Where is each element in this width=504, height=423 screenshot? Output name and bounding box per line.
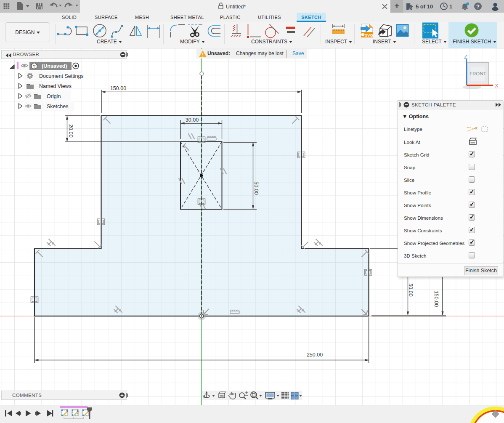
svg-text:Origin: Origin — [47, 93, 61, 99]
svg-text:5 of 10: 5 of 10 — [416, 3, 433, 10]
svg-text:1: 1 — [449, 3, 452, 10]
svg-text:50.00: 50.00 — [253, 181, 259, 194]
svg-text:Z: Z — [464, 53, 467, 60]
svg-text:?: ? — [476, 3, 480, 10]
svg-text:Untitled*: Untitled* — [226, 4, 246, 10]
svg-text:Document Settings: Document Settings — [39, 73, 84, 79]
svg-text:FRONT: FRONT — [470, 71, 486, 76]
svg-text:150.00: 150.00 — [433, 291, 439, 307]
svg-text:SVG: SVG — [365, 33, 373, 37]
svg-text:X: X — [495, 82, 499, 89]
svg-text:30.00: 30.00 — [186, 117, 199, 123]
svg-text:(Unsaved): (Unsaved) — [42, 63, 67, 69]
svg-text:Sketches: Sketches — [47, 104, 68, 109]
svg-text:20.00: 20.00 — [68, 124, 74, 137]
svg-text:50.00: 50.00 — [408, 283, 414, 296]
svg-text:Named Views: Named Views — [39, 83, 72, 89]
svg-text:250.00: 250.00 — [307, 352, 323, 358]
